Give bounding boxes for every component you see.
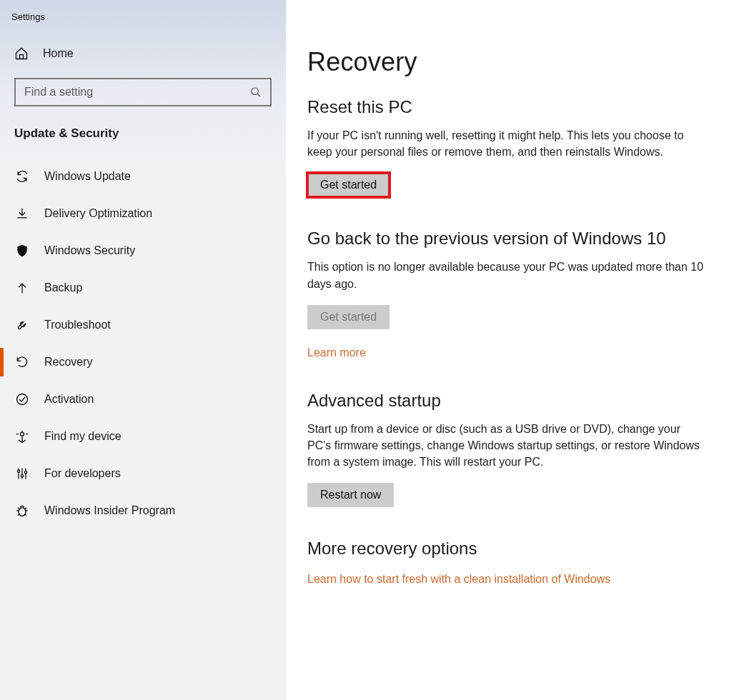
goback-get-started-button: Get started — [307, 305, 390, 329]
sidebar-item-label: Find my device — [44, 430, 121, 443]
advanced-desc: Start up from a device or disc (such as … — [307, 421, 707, 471]
search-box[interactable] — [14, 78, 272, 106]
sidebar: Settings Home Update & Security — [0, 0, 286, 700]
section-advanced-startup: Advanced startup Start up from a device … — [307, 391, 707, 508]
nav-list: Windows Update Delivery Optimization Win… — [0, 158, 286, 529]
sidebar-section-title: Update & Security — [0, 119, 286, 158]
bug-icon — [14, 504, 30, 518]
svg-point-2 — [21, 432, 24, 436]
wrench-icon — [14, 318, 30, 332]
goback-heading: Go back to the previous version of Windo… — [307, 229, 707, 249]
sidebar-item-label: Activation — [44, 393, 94, 406]
svg-point-4 — [21, 475, 23, 477]
content-pane: Recovery Reset this PC If your PC isn't … — [286, 0, 734, 700]
section-more-recovery-options: More recovery options Learn how to start… — [307, 539, 707, 586]
search-input[interactable] — [24, 86, 242, 99]
sidebar-item-windows-security[interactable]: Windows Security — [0, 232, 286, 269]
sidebar-item-backup[interactable]: Backup — [0, 269, 286, 306]
sidebar-item-label: Delivery Optimization — [44, 207, 152, 220]
arrow-up-icon — [14, 281, 30, 295]
sidebar-item-label: Recovery — [44, 356, 93, 369]
download-icon — [14, 206, 30, 221]
home-button[interactable]: Home — [0, 39, 286, 72]
sidebar-item-find-my-device[interactable]: Find my device — [0, 418, 286, 455]
more-heading: More recovery options — [307, 539, 707, 559]
sidebar-item-for-developers[interactable]: For developers — [0, 455, 286, 492]
sync-icon — [14, 169, 30, 184]
location-icon — [14, 429, 30, 444]
sidebar-item-activation[interactable]: Activation — [0, 381, 286, 418]
section-go-back-previous-version: Go back to the previous version of Windo… — [307, 229, 707, 359]
home-icon — [14, 46, 29, 61]
svg-point-3 — [17, 470, 19, 472]
recovery-icon — [14, 355, 30, 369]
page-title: Recovery — [307, 47, 707, 77]
sidebar-item-label: Windows Insider Program — [44, 504, 175, 517]
window-title: Settings — [0, 9, 286, 39]
sidebar-item-label: Windows Update — [44, 170, 131, 183]
svg-point-5 — [24, 471, 26, 474]
checkmark-circle-icon — [14, 392, 30, 406]
sidebar-item-windows-update[interactable]: Windows Update — [0, 158, 286, 195]
start-fresh-link[interactable]: Learn how to start fresh with a clean in… — [307, 573, 610, 586]
search-icon — [250, 86, 262, 98]
svg-point-1 — [17, 394, 28, 405]
goback-desc: This option is no longer available becau… — [307, 259, 707, 291]
sidebar-item-recovery[interactable]: Recovery — [0, 344, 286, 381]
reset-get-started-button[interactable]: Get started — [307, 173, 390, 197]
advanced-heading: Advanced startup — [307, 391, 707, 411]
sidebar-item-label: Windows Security — [44, 244, 135, 257]
section-reset-this-pc: Reset this PC If your PC isn't running w… — [307, 97, 707, 197]
home-label: Home — [43, 47, 74, 60]
goback-learn-more-link[interactable]: Learn more — [307, 346, 366, 359]
svg-point-0 — [252, 88, 258, 94]
sidebar-item-label: For developers — [44, 467, 121, 480]
sliders-icon — [14, 466, 30, 481]
sidebar-item-windows-insider-program[interactable]: Windows Insider Program — [0, 492, 286, 529]
sidebar-item-troubleshoot[interactable]: Troubleshoot — [0, 306, 286, 344]
reset-desc: If your PC isn't running well, resetting… — [307, 127, 707, 160]
sidebar-item-label: Troubleshoot — [44, 319, 111, 331]
restart-now-button[interactable]: Restart now — [307, 483, 394, 507]
search-wrap — [14, 78, 272, 106]
sidebar-item-label: Backup — [44, 281, 82, 294]
sidebar-item-delivery-optimization[interactable]: Delivery Optimization — [0, 195, 286, 232]
reset-heading: Reset this PC — [307, 97, 707, 117]
shield-icon — [14, 244, 30, 258]
